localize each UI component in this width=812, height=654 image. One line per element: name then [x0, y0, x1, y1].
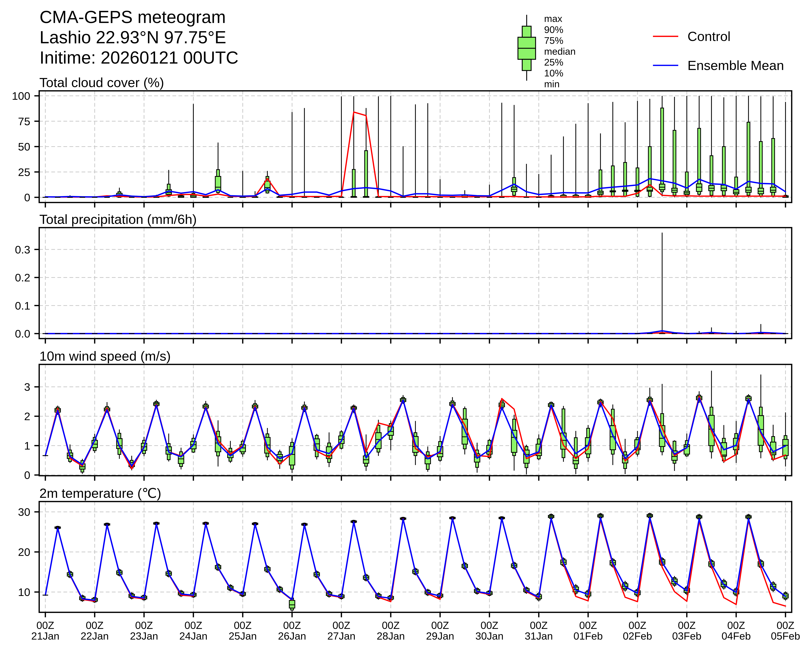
svg-text:22Jan: 22Jan: [81, 630, 109, 642]
svg-text:00Z: 00Z: [135, 619, 153, 631]
svg-text:median: median: [544, 46, 576, 57]
svg-text:25: 25: [18, 166, 30, 178]
svg-text:max: max: [544, 13, 562, 24]
svg-text:90%: 90%: [544, 24, 563, 35]
svg-text:0: 0: [24, 469, 30, 481]
svg-text:Total precipitation (mm/6h): Total precipitation (mm/6h): [39, 212, 197, 227]
svg-text:Ensemble Mean: Ensemble Mean: [688, 58, 784, 73]
svg-text:10: 10: [18, 586, 30, 598]
svg-text:31Jan: 31Jan: [525, 630, 553, 642]
svg-text:00Z: 00Z: [185, 619, 202, 631]
svg-text:0.0: 0.0: [15, 327, 30, 340]
svg-text:Total cloud cover (%): Total cloud cover (%): [39, 75, 164, 90]
svg-text:00Z: 00Z: [234, 619, 252, 631]
svg-text:Lashio 22.93°N 97.75°E: Lashio 22.93°N 97.75°E: [40, 28, 226, 47]
svg-text:00Z: 00Z: [382, 619, 400, 631]
svg-text:0.1: 0.1: [15, 299, 30, 312]
svg-text:00Z: 00Z: [431, 619, 449, 631]
svg-text:20: 20: [18, 546, 30, 558]
svg-text:3: 3: [24, 381, 30, 393]
svg-text:00Z: 00Z: [530, 619, 548, 631]
svg-text:00Z: 00Z: [628, 619, 646, 631]
svg-text:00Z: 00Z: [678, 619, 696, 631]
svg-text:00Z: 00Z: [333, 619, 350, 631]
svg-text:00Z: 00Z: [777, 619, 794, 631]
svg-text:CMA-GEPS meteogram: CMA-GEPS meteogram: [40, 7, 226, 27]
svg-text:00Z: 00Z: [86, 619, 104, 631]
svg-text:21Jan: 21Jan: [31, 630, 60, 642]
svg-text:0.2: 0.2: [15, 271, 30, 284]
svg-text:00Z: 00Z: [579, 619, 597, 631]
svg-text:50: 50: [18, 141, 30, 153]
svg-text:03Feb: 03Feb: [672, 630, 701, 642]
svg-text:27Jan: 27Jan: [327, 630, 355, 642]
svg-text:25%: 25%: [544, 57, 563, 67]
svg-text:1: 1: [24, 440, 30, 452]
svg-text:05Feb: 05Feb: [771, 630, 800, 642]
svg-text:28Jan: 28Jan: [377, 630, 405, 642]
svg-text:75%: 75%: [544, 35, 563, 46]
svg-text:Control: Control: [688, 29, 731, 44]
svg-text:10%: 10%: [544, 68, 563, 78]
svg-text:10m wind speed (m/s): 10m wind speed (m/s): [39, 348, 171, 364]
svg-text:0: 0: [24, 191, 30, 203]
svg-text:0.3: 0.3: [15, 243, 30, 256]
svg-text:00Z: 00Z: [37, 619, 54, 631]
svg-text:2m temperature (℃): 2m temperature (℃): [39, 486, 161, 501]
svg-text:02Feb: 02Feb: [623, 630, 652, 642]
svg-text:24Jan: 24Jan: [179, 630, 208, 642]
svg-text:00Z: 00Z: [480, 619, 499, 631]
svg-text:00Z: 00Z: [283, 619, 301, 631]
svg-text:23Jan: 23Jan: [130, 630, 158, 642]
svg-text:min: min: [544, 78, 560, 89]
svg-text:2: 2: [24, 410, 30, 422]
svg-text:75: 75: [18, 115, 30, 128]
svg-text:30: 30: [18, 506, 30, 518]
svg-text:29Jan: 29Jan: [426, 630, 454, 642]
svg-text:04Feb: 04Feb: [722, 630, 751, 642]
svg-text:100: 100: [12, 90, 30, 102]
svg-text:Initime: 20260121 00UTC: Initime: 20260121 00UTC: [40, 48, 239, 67]
svg-text:01Feb: 01Feb: [573, 630, 603, 642]
svg-text:00Z: 00Z: [727, 619, 745, 631]
svg-text:30Jan: 30Jan: [476, 630, 503, 642]
svg-text:26Jan: 26Jan: [278, 630, 306, 642]
svg-text:25Jan: 25Jan: [229, 630, 257, 642]
